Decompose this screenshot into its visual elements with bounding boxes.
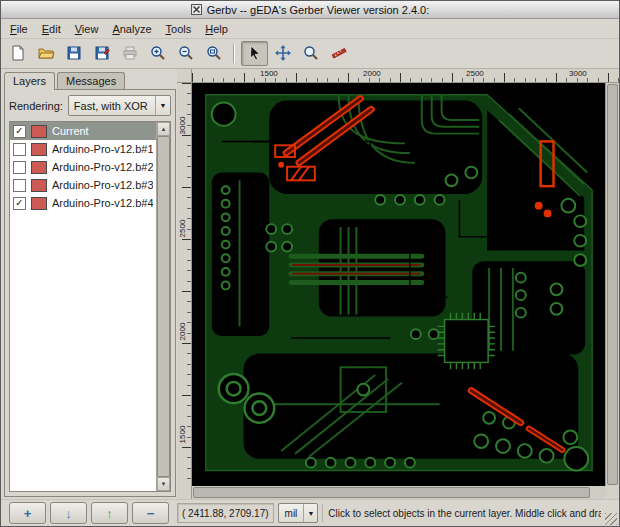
plus-icon: + — [24, 507, 32, 520]
minus-icon: − — [147, 507, 155, 520]
layer-color-swatch[interactable] — [31, 143, 47, 156]
save-button[interactable] — [60, 41, 87, 66]
ruler-label: 2000 — [178, 320, 187, 344]
ruler-corner — [177, 69, 192, 83]
ruler-label: 2500 — [466, 69, 484, 78]
zoom-out-icon — [177, 44, 195, 64]
open-folder-icon — [37, 44, 55, 64]
layer-name: Arduino-Pro-v12.b#1 — [52, 143, 153, 155]
app-window: Gerbv -- gEDA's Gerber Viewer version 2.… — [0, 0, 620, 527]
rendering-label: Rendering: — [9, 100, 63, 112]
layer-row[interactable]: Arduino-Pro-v12.b#1 — [10, 140, 156, 158]
sidebar-tabs: Layers Messages — [4, 71, 176, 90]
pointer-icon — [246, 44, 264, 64]
layer-color-swatch[interactable] — [31, 161, 47, 174]
chevron-down-icon: ▼ — [303, 504, 317, 522]
menu-analyze[interactable]: Analyze — [105, 21, 158, 37]
new-icon — [9, 44, 27, 64]
print-button[interactable] — [116, 41, 143, 66]
resize-grip[interactable] — [605, 513, 617, 525]
ruler-label: 2500 — [178, 217, 187, 241]
open-button[interactable] — [32, 41, 59, 66]
layer-visibility-checkbox[interactable] — [13, 143, 26, 156]
menu-tools[interactable]: Tools — [159, 21, 199, 37]
ruler-label: 3000 — [178, 114, 187, 138]
layer-color-swatch[interactable] — [31, 197, 47, 210]
add-layer-button[interactable]: + — [9, 502, 46, 524]
measure-icon — [330, 44, 348, 64]
arrow-down-icon: ↓ — [65, 507, 72, 520]
status-hint: Click to select objects in the current l… — [322, 504, 601, 522]
layer-name: Arduino-Pro-v12.b#4 — [52, 197, 153, 209]
layer-visibility-checkbox[interactable] — [13, 179, 26, 192]
tab-messages[interactable]: Messages — [57, 72, 125, 90]
vertical-scrollbar[interactable] — [605, 83, 619, 486]
zoom-tool-icon — [302, 44, 320, 64]
zoom-out-button[interactable] — [172, 41, 199, 66]
save-icon — [65, 44, 83, 64]
zoom-fit-icon — [205, 44, 223, 64]
menu-help[interactable]: Help — [198, 21, 235, 37]
zoom-fit-button[interactable] — [200, 41, 227, 66]
menu-view[interactable]: View — [68, 21, 106, 37]
scroll-up-icon[interactable]: ▲ — [157, 122, 170, 136]
ruler-spacer — [177, 486, 192, 499]
pcb-canvas[interactable] — [192, 83, 605, 486]
layer-name: Current — [52, 125, 89, 137]
move-layer-up-button[interactable]: ↑ — [91, 502, 128, 524]
zoom-in-button[interactable] — [144, 41, 171, 66]
layers-panel: Rendering: Fast, with XOR ▼ ✓ Current — [4, 89, 176, 497]
toolbar — [1, 39, 619, 69]
horizontal-scrollbar[interactable] — [192, 486, 606, 499]
canvas-area: 1500 2000 2500 3000 3000 2500 2000 1500 — [177, 69, 619, 499]
rendering-value: Fast, with XOR — [69, 100, 155, 112]
new-button[interactable] — [4, 41, 31, 66]
layer-actions: + ↓ ↑ − — [3, 502, 173, 524]
scrollbar-thumb[interactable] — [193, 487, 590, 498]
units-value: mil — [279, 508, 304, 519]
save-as-icon — [93, 44, 111, 64]
window-title: Gerbv -- gEDA's Gerber Viewer version 2.… — [207, 4, 430, 16]
status-bar: + ↓ ↑ − ( 2411.88, 2709.17) mil ▼ Click … — [1, 499, 619, 526]
layer-name: Arduino-Pro-v12.b#3 — [52, 179, 153, 191]
layer-row[interactable]: Arduino-Pro-v12.b#3 — [10, 176, 156, 194]
cursor-coordinates: ( 2411.88, 2709.17) — [177, 503, 274, 523]
layer-visibility-checkbox[interactable]: ✓ — [13, 125, 26, 138]
sidebar: Layers Messages Rendering: Fast, with XO… — [1, 69, 177, 499]
layer-list-scrollbar[interactable]: ▲ ▼ — [156, 122, 170, 491]
pan-icon — [274, 44, 292, 64]
title-bar[interactable]: Gerbv -- gEDA's Gerber Viewer version 2.… — [1, 1, 619, 19]
layer-row[interactable]: ✓ Current — [10, 122, 156, 140]
save-as-button[interactable] — [88, 41, 115, 66]
main-area: Layers Messages Rendering: Fast, with XO… — [1, 69, 619, 499]
layer-row[interactable]: Arduino-Pro-v12.b#2 — [10, 158, 156, 176]
rendering-select[interactable]: Fast, with XOR ▼ — [68, 95, 171, 116]
layer-list: ✓ Current Arduino-Pro-v12.b#1 A — [9, 121, 171, 492]
zoom-in-icon — [149, 44, 167, 64]
zoom-tool-button[interactable] — [297, 41, 324, 66]
measure-tool-button[interactable] — [325, 41, 352, 66]
menu-file[interactable]: File — [3, 21, 35, 37]
scroll-down-icon[interactable]: ▼ — [157, 477, 170, 491]
scrollbar-thumb[interactable] — [607, 84, 618, 485]
move-layer-down-button[interactable]: ↓ — [50, 502, 87, 524]
chevron-down-icon: ▼ — [155, 96, 170, 115]
remove-layer-button[interactable]: − — [132, 502, 169, 524]
ruler-label: 1500 — [178, 423, 187, 447]
pcb-render — [192, 83, 605, 486]
pan-tool-button[interactable] — [269, 41, 296, 66]
tab-layers[interactable]: Layers — [4, 72, 55, 90]
menu-edit[interactable]: Edit — [35, 21, 68, 37]
vertical-ruler: 3000 2500 2000 1500 — [177, 83, 192, 486]
layer-visibility-checkbox[interactable]: ✓ — [13, 197, 26, 210]
ruler-label: 3000 — [569, 69, 587, 78]
scrollbar-thumb[interactable] — [157, 136, 170, 477]
print-icon — [121, 44, 139, 64]
units-select[interactable]: mil ▼ — [278, 503, 319, 523]
layer-color-swatch[interactable] — [31, 179, 47, 192]
layer-row[interactable]: ✓ Arduino-Pro-v12.b#4 — [10, 194, 156, 212]
layer-visibility-checkbox[interactable] — [13, 161, 26, 174]
toolbar-separator — [233, 44, 235, 63]
layer-color-swatch[interactable] — [31, 125, 47, 138]
pointer-tool-button[interactable] — [241, 41, 268, 66]
